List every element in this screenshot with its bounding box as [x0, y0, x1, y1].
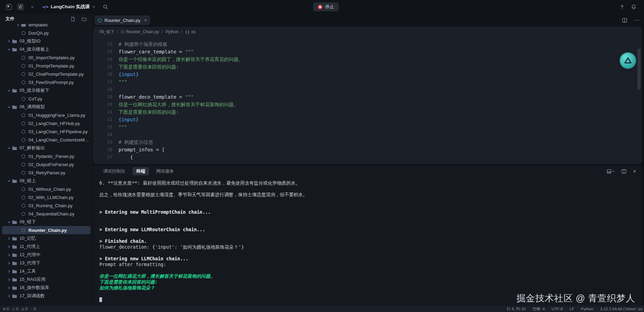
tree-folder-item[interactable]: 12_代理中	[2, 251, 90, 259]
help-icon[interactable]: ?	[620, 4, 623, 10]
close-tab-icon[interactable]: ×	[144, 17, 147, 23]
status-indentation[interactable]: 空格: 4	[532, 307, 545, 312]
status-python-interpreter[interactable]: 3.12.2 64-bit ('shims': py	[600, 307, 643, 312]
tree-folder-item[interactable]: 11_代理上	[2, 242, 90, 251]
code-line[interactable]: 13flower_care_template = """	[93, 48, 642, 55]
new-folder-icon[interactable]	[81, 16, 87, 22]
terminal-line	[99, 186, 636, 192]
tree-file-item[interactable]: 02_With_LLMChain.py	[2, 193, 90, 201]
code-line[interactable]: 26prompt_infos = [	[93, 146, 642, 153]
tree-folder-item[interactable]: 05_提示模板下	[2, 86, 90, 95]
line-number: 15	[93, 63, 112, 71]
stop-button[interactable]: 停止	[313, 2, 339, 11]
tree-folder-item[interactable]: 07_解析输出	[2, 144, 90, 152]
notifications-bell-icon[interactable]	[630, 3, 638, 11]
tree-folder-item[interactable]: 16_操作数据库	[2, 284, 90, 292]
tree-folder-item[interactable]: 03_模型IO	[2, 37, 90, 45]
status-ports-indicator[interactable]: ◌0	[30, 307, 36, 311]
tree-file-item[interactable]: Rounter_Chain.py	[2, 226, 90, 234]
more-actions-icon[interactable]: ⋯	[634, 18, 640, 22]
search-icon[interactable]	[101, 3, 110, 11]
status-errors-indicator[interactable]: ⊗0	[3, 307, 9, 311]
split-panel-icon[interactable]	[620, 167, 628, 175]
tree-folder-item[interactable]: 06_调用模型	[2, 103, 90, 111]
tree-file-item[interactable]: 04_LangChain_CustomizeMod...	[2, 136, 90, 144]
breadcrumb: 09_链下 / Rounter_Chain.py / Python / {}os	[93, 27, 642, 37]
close-panel-icon[interactable]: ✕	[633, 169, 636, 174]
code-line[interactable]: 27 {	[93, 153, 642, 161]
tree-folder-item[interactable]: 13_代理下	[2, 259, 90, 267]
breadcrumb-symbol[interactable]: {}os	[185, 29, 196, 34]
tree-file-item[interactable]: 01_Without_Chain.py	[2, 185, 90, 193]
panel-tab-1[interactable]: 终端	[133, 167, 149, 175]
tree-folder-item[interactable]: 08_链上	[2, 177, 90, 185]
code-line[interactable]: 18	[93, 86, 642, 93]
chevron-down-icon[interactable]	[28, 3, 36, 11]
terminal-line	[99, 250, 636, 256]
editor-tab-rounter-chain[interactable]: Rounter_Chain.py ×	[95, 15, 150, 25]
tree-file-item[interactable]: 03_Running_Chain.py	[2, 201, 90, 210]
tree-item-label: 11_代理上	[20, 244, 40, 250]
new-file-icon[interactable]	[70, 16, 76, 22]
tree-file-item[interactable]: 01_HugggingFace_Llama.py	[2, 111, 90, 119]
code-line[interactable]: 19flower_deco_template = """	[93, 93, 642, 101]
code-line[interactable]: 25# 构建提示信息	[93, 138, 642, 146]
tree-file-item[interactable]: 02_OutputFixParser.py	[2, 160, 90, 169]
split-editor-icon[interactable]	[620, 16, 629, 24]
code-line[interactable]: 23"""	[93, 123, 642, 131]
tree-file-item[interactable]: 01_PromptTemplate.py	[2, 62, 90, 70]
code-line[interactable]: 14你是一个经验丰富的园丁，擅长解答关于养花育花的问题。	[93, 55, 642, 63]
panel-tab-2[interactable]: 网络服务	[152, 167, 178, 175]
tree-item-label: 13_代理下	[20, 260, 40, 266]
tree-file-item[interactable]: 03_FewShotPrompt.py	[2, 78, 90, 86]
breadcrumb-file[interactable]: Rounter_Chain.py	[121, 29, 159, 34]
chevron-down-icon	[8, 179, 11, 183]
tree-file-item[interactable]: 04_SequentialChain.py	[2, 210, 90, 218]
code-line[interactable]: 16{input}	[93, 71, 642, 78]
panel-tab-0[interactable]: 调试控制台	[99, 167, 129, 175]
terminal-output[interactable]: 6. **注意水质**: 最好使用雨水或经过处理的自来水浇水，避免使用含有盐分或…	[93, 177, 642, 306]
code-line[interactable]: 15下面是需要你来回答的问题:	[93, 63, 642, 71]
tree-folder-item[interactable]: 09_链下	[2, 218, 90, 226]
tree-item-label: 10_记忆	[20, 235, 36, 241]
code-line[interactable]: 17"""	[93, 78, 642, 86]
code-line[interactable]: 12# 构建两个场景的模板	[93, 40, 642, 48]
status-language-mode[interactable]: Python	[581, 307, 593, 312]
tree-folder-item[interactable]: 15_RAG应用	[2, 275, 90, 284]
panel-layout-icon[interactable]	[607, 167, 615, 175]
breadcrumb-language[interactable]: Python	[165, 29, 178, 34]
tree-file-item[interactable]: 03_RetryParser.py	[2, 169, 90, 177]
terminal-line: 如何为婚礼场地装饰花朵？	[99, 285, 636, 291]
status-eol[interactable]: LF	[570, 307, 574, 312]
tree-folder-item[interactable]: 14_工具	[2, 267, 90, 275]
chevron-right-icon	[8, 253, 11, 257]
app-logo-icon[interactable]	[16, 3, 25, 11]
tree-folder-item[interactable]: 04_提示模板上	[2, 45, 90, 53]
tree-file-item[interactable]: 00_ImportTemplates.py	[2, 53, 90, 62]
code-line[interactable]: 24	[93, 131, 642, 138]
editor-scrollbar-thumb[interactable]	[637, 49, 641, 90]
tree-file-item[interactable]: 02_ChatPromptTemplate.py	[2, 70, 90, 78]
status-warnings-indicator[interactable]: ⚠0	[12, 307, 18, 311]
app-menu-icon[interactable]	[5, 3, 13, 11]
status-cursor-position[interactable]: 行 6, 列 10	[507, 307, 525, 312]
tree-file-item[interactable]: DocQA.py	[2, 29, 90, 37]
tree-folder-item[interactable]: 17_回调函数	[2, 292, 90, 300]
code-editor[interactable]: 12# 构建两个场景的模板13flower_care_template = ""…	[93, 37, 642, 164]
tree-file-item[interactable]: 03_LangChain_HFPipeline.py	[2, 127, 90, 136]
code-line[interactable]: 20你是一位网红插花大师，擅长解答关于鲜花装饰的问题。	[93, 101, 642, 108]
tree-folder-item[interactable]: 10_记忆	[2, 234, 90, 242]
code-line[interactable]: 21下面是需要你来回答的问题:	[93, 108, 642, 116]
breadcrumb-folder[interactable]: 09_链下	[99, 29, 114, 35]
breadcrumb-separator: /	[162, 29, 163, 34]
assistant-avatar[interactable]	[620, 53, 636, 68]
tree-file-item[interactable]: 01_Pydantic_Parser.py	[2, 152, 90, 160]
status-notifications-indicator[interactable]: ◎0	[21, 307, 27, 311]
workspace-switcher[interactable]: </> LangChain 实战课	[42, 4, 95, 10]
tree-file-item[interactable]: 02_LangChain_HFHub.py	[2, 119, 90, 127]
code-line[interactable]: 22{input}	[93, 116, 642, 123]
tree-file-item[interactable]: CoT.py	[2, 95, 90, 103]
status-encoding[interactable]: UTF-8	[552, 307, 563, 312]
folder-icon	[12, 47, 17, 52]
python-file-icon	[22, 56, 25, 60]
